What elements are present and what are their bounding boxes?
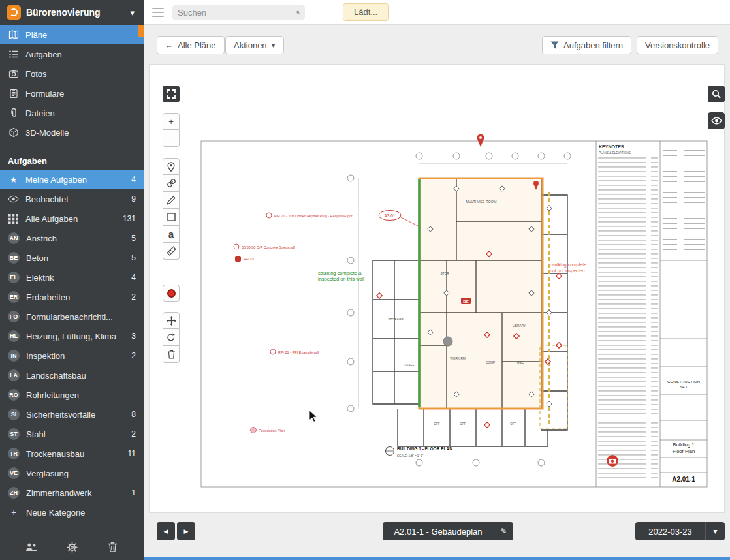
sheet-name-chip[interactable]: A2.01-1 - Gebäudeplan ✎ bbox=[383, 522, 513, 540]
measure-tool-button[interactable] bbox=[163, 243, 180, 260]
shape-tool-button[interactable] bbox=[163, 209, 180, 226]
sidebar-category-verglasung[interactable]: VE Verglasung bbox=[0, 463, 144, 483]
markup-tools-palette: a bbox=[163, 158, 180, 260]
task-filter-label: Meine Aufgaben bbox=[25, 175, 125, 185]
sidebar-item-plans[interactable]: Pläne bbox=[0, 25, 144, 44]
attachment-foundation-plan[interactable]: Foundation Plan bbox=[251, 428, 285, 433]
category-badge: ST bbox=[8, 428, 20, 440]
category-badge: IN bbox=[8, 350, 20, 362]
svg-text:STOR: STOR bbox=[440, 272, 449, 275]
project-switcher[interactable]: Bürorenovierung ▾ bbox=[0, 0, 144, 25]
sidebar-category-elektrik[interactable]: EL Elektrik 4 bbox=[0, 268, 144, 287]
attachment-rfi21-response[interactable]: RFI 21 - 20ft Obrien Asphalt Plug - Resp… bbox=[266, 213, 353, 218]
location-dot[interactable] bbox=[443, 337, 452, 346]
hamburger-menu-icon[interactable] bbox=[152, 8, 164, 17]
zoom-out-button[interactable]: − bbox=[163, 130, 180, 147]
filter-tasks-button[interactable]: Aufgaben filtern bbox=[542, 36, 631, 54]
link-tool-button[interactable] bbox=[163, 175, 180, 192]
attachment-rfi01[interactable]: RFI 01 bbox=[235, 256, 255, 262]
sidebar-category-rohrleitungen[interactable]: RO Rohrleitungen bbox=[0, 385, 144, 405]
text-tool-button[interactable]: a bbox=[163, 226, 180, 243]
gear-icon[interactable] bbox=[65, 540, 78, 553]
funnel-icon bbox=[550, 41, 559, 49]
attachment-concrete-specs[interactable]: 05.30.08 O/F Concrete Specs.pdf bbox=[234, 244, 295, 249]
visibility-button[interactable] bbox=[708, 112, 725, 129]
sheet-pager: ◀ ▶ bbox=[157, 522, 195, 540]
attachment-rfi21-example[interactable]: RFI 21 - RFI Example.pdf bbox=[270, 349, 319, 354]
pin-tool-button[interactable] bbox=[163, 158, 180, 175]
back-to-plans-button[interactable]: ← Alle Pläne bbox=[157, 36, 225, 54]
construction-set-label: CONSTRUCTION bbox=[667, 379, 700, 384]
edit-sheet-name-button[interactable]: ✎ bbox=[494, 522, 513, 540]
sidebar-item-label: Fotos bbox=[25, 69, 136, 79]
sidebar-item-forms[interactable]: Formulare bbox=[0, 84, 144, 103]
version-control-button[interactable]: Versionskontrolle bbox=[637, 36, 718, 54]
green-note[interactable]: caulking complete & inspected on this wa… bbox=[318, 270, 365, 282]
svg-text:RFI 21 - RFI Example.pdf: RFI 21 - RFI Example.pdf bbox=[278, 350, 319, 354]
pen-tool-button[interactable] bbox=[163, 192, 180, 209]
eye-icon bbox=[8, 194, 19, 205]
svg-text:RFI 21 - 20ft Obrien Asphalt P: RFI 21 - 20ft Obrien Asphalt Plug - Resp… bbox=[274, 214, 353, 218]
sidebar-accent-tab bbox=[138, 25, 144, 37]
category-label: Elektrik bbox=[26, 273, 125, 283]
version-date-chip[interactable]: 2022-03-23 ▾ bbox=[635, 522, 725, 540]
svg-text:caulking complete: caulking complete bbox=[550, 262, 586, 268]
sidebar-item-all-tasks[interactable]: Alle Aufgaben 131 bbox=[0, 209, 144, 228]
main-area: ← Alle Pläne Aktionen ▾ Aufgaben filtern… bbox=[144, 25, 730, 560]
svg-text:STORAGE: STORAGE bbox=[388, 318, 403, 321]
new-category-label: Neue Kategorie bbox=[26, 508, 136, 518]
svg-text:WORK RM: WORK RM bbox=[450, 357, 466, 360]
category-label: Formularbenachrichti... bbox=[26, 312, 129, 322]
count-badge: 4 bbox=[131, 273, 136, 282]
chevron-down-icon[interactable]: ▾ bbox=[130, 8, 137, 18]
svg-text:caulking complete &: caulking complete & bbox=[318, 270, 362, 276]
sidebar-category-formular[interactable]: FO Formularbenachrichti... bbox=[0, 307, 144, 326]
sidebar-category-erdarbeiten[interactable]: ER Erdarbeiten 2 bbox=[0, 287, 144, 307]
sidebar-item-photos[interactable]: Fotos bbox=[0, 64, 144, 84]
sidebar-category-landschaftsbau[interactable]: LA Landschaftsbau bbox=[0, 366, 144, 385]
sidebar-category-beton[interactable]: BE Beton 5 bbox=[0, 248, 144, 268]
sidebar-new-category[interactable]: + Neue Kategorie bbox=[0, 503, 144, 522]
actions-button[interactable]: Aktionen ▾ bbox=[225, 36, 284, 54]
trash-icon[interactable] bbox=[106, 540, 119, 553]
sidebar-category-hlk[interactable]: HL Heizung, Lüftung, Klima 3 bbox=[0, 326, 144, 346]
zoom-in-button[interactable]: + bbox=[163, 113, 180, 130]
sidebar-item-watched[interactable]: Beobachtet 9 bbox=[0, 189, 144, 209]
paperclip-icon bbox=[8, 108, 19, 119]
photo-marker[interactable] bbox=[607, 455, 618, 467]
search-input[interactable] bbox=[178, 8, 293, 18]
category-label: Sicherheitsvorfälle bbox=[26, 410, 125, 420]
orange-markup-region[interactable] bbox=[419, 178, 543, 409]
task-marker-be[interactable]: BE bbox=[461, 298, 471, 304]
sidebar-item-my-tasks[interactable]: ★ Meine Aufgaben 4 bbox=[0, 170, 144, 189]
next-sheet-button[interactable]: ▶ bbox=[177, 522, 195, 540]
sidebar-category-zimmerhandwerk[interactable]: ZH Zimmerhandwerk 1 bbox=[0, 483, 144, 503]
rotate-tool-button[interactable] bbox=[163, 329, 180, 346]
plan-search-button[interactable] bbox=[708, 86, 725, 102]
sidebar-category-inspektion[interactable]: IN Inspektion 2 bbox=[0, 346, 144, 366]
filter-button-label: Aufgaben filtern bbox=[563, 40, 623, 50]
sidebar-category-trockenausbau[interactable]: TR Trockenausbau 11 bbox=[0, 444, 144, 463]
fullscreen-icon bbox=[167, 89, 176, 99]
actions-button-label: Aktionen bbox=[234, 40, 267, 50]
version-dropdown-button[interactable]: ▾ bbox=[705, 522, 725, 540]
red-note[interactable]: caulking complete but not inspected bbox=[550, 262, 586, 273]
record-button[interactable] bbox=[163, 285, 180, 302]
people-icon[interactable] bbox=[25, 540, 38, 553]
sidebar-category-stahl[interactable]: ST Stahl 2 bbox=[0, 424, 144, 444]
sidebar-item-files[interactable]: Dateien bbox=[0, 103, 144, 123]
sidebar-item-tasks[interactable]: Aufgaben bbox=[0, 44, 144, 64]
previous-sheet-button[interactable]: ◀ bbox=[157, 522, 175, 540]
sidebar-item-3d-models[interactable]: 3D-Modelle bbox=[0, 123, 144, 142]
svg-text:OFF: OFF bbox=[460, 422, 466, 426]
search-box[interactable] bbox=[172, 5, 305, 20]
plan-canvas[interactable]: KEYNOTES PLANS & ELEVATIONS CONSTRUCTION… bbox=[150, 65, 725, 514]
move-tool-button[interactable] bbox=[163, 312, 180, 329]
project-name: Bürorenovierung bbox=[26, 7, 125, 18]
svg-text:REC: REC bbox=[517, 361, 524, 364]
sidebar-category-sicherheit[interactable]: SI Sicherheitsvorfälle 8 bbox=[0, 405, 144, 424]
sidebar-category-anstrich[interactable]: AN Anstrich 5 bbox=[0, 228, 144, 248]
count-badge: 9 bbox=[131, 194, 136, 204]
fullscreen-button[interactable] bbox=[163, 86, 180, 102]
delete-tool-button[interactable] bbox=[163, 346, 180, 363]
